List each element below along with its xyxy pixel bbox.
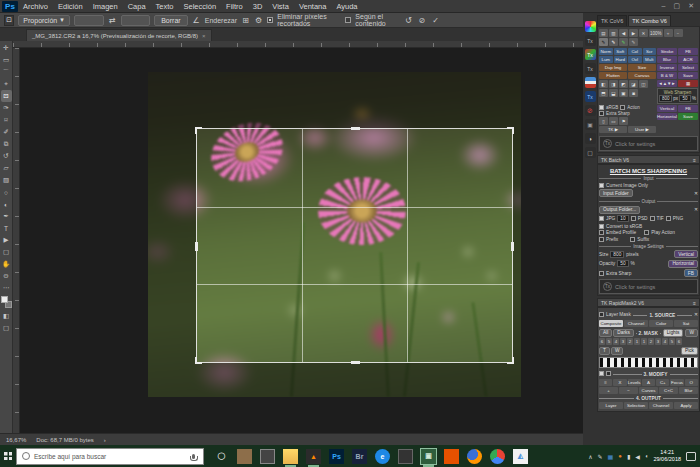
- zone-3b[interactable]: 3: [655, 338, 661, 345]
- mod-o[interactable]: O: [685, 379, 698, 386]
- quick-mask-button[interactable]: ◧: [1, 310, 12, 322]
- tx-blue-panel-icon[interactable]: Tx: [585, 91, 596, 102]
- gradient-tool[interactable]: ▨: [1, 174, 12, 186]
- w-button[interactable]: W: [611, 347, 624, 355]
- web-sharpen-opacity-field[interactable]: 50: [679, 95, 691, 102]
- close-tab-icon[interactable]: ×: [202, 33, 206, 39]
- opacity-field[interactable]: 50: [617, 260, 628, 267]
- clone-stamp-tool[interactable]: ⧉: [1, 138, 12, 150]
- mask-type-dropdown[interactable]: Lights: [663, 329, 684, 337]
- mod-a[interactable]: A: [642, 379, 655, 386]
- crop-handle-top[interactable]: [351, 127, 360, 130]
- prefix-checkbox[interactable]: [599, 237, 604, 242]
- output-channel[interactable]: Channel: [649, 402, 673, 409]
- mod-levels-icon[interactable]: ≡: [599, 379, 612, 386]
- stroke-button[interactable]: Stroke: [657, 48, 677, 55]
- dup-img-button[interactable]: Dup Img: [599, 64, 627, 71]
- mask-darks[interactable]: Darks: [613, 329, 634, 337]
- horizontal-button[interactable]: Horizontal: [668, 260, 698, 268]
- play-action-checkbox[interactable]: [644, 230, 649, 235]
- clear-input-icon[interactable]: ✕: [694, 191, 698, 196]
- swap-dimensions-icon[interactable]: ⇄: [108, 15, 117, 26]
- blend-normal[interactable]: Norm: [599, 48, 613, 55]
- size-button[interactable]: Size: [628, 64, 656, 71]
- taskbar-app-active-window[interactable]: ▣: [421, 449, 436, 464]
- new-doc-icon[interactable]: ▥: [609, 29, 618, 37]
- minimize-button[interactable]: –: [662, 2, 666, 10]
- menu-imagen[interactable]: Imagen: [88, 0, 123, 13]
- zone-1[interactable]: 1: [634, 338, 640, 345]
- pick-button[interactable]: Pick: [681, 347, 698, 355]
- mod-levels[interactable]: Levels: [628, 379, 641, 386]
- document-tab[interactable]: _MG_3812.CR2 a 16,7% (Previsualización d…: [26, 29, 212, 41]
- source-composite[interactable]: Composite: [599, 320, 623, 327]
- zone-5b[interactable]: 5: [669, 338, 675, 345]
- black-brush-icon[interactable]: ✎: [599, 38, 608, 46]
- menu-3d[interactable]: 3D: [248, 0, 268, 13]
- fb-button2[interactable]: FB: [684, 269, 698, 277]
- mod-focus[interactable]: Focus: [670, 379, 683, 386]
- vertical-button[interactable]: Vertical: [657, 105, 677, 112]
- menu-vista[interactable]: Vista: [267, 0, 294, 13]
- commit-crop-icon[interactable]: ✓: [432, 16, 439, 25]
- dodge-tool[interactable]: ◐: [1, 198, 12, 210]
- layer-mask-checkbox[interactable]: [599, 312, 604, 317]
- zone-2b[interactable]: 2: [648, 338, 654, 345]
- zoom-tool[interactable]: ⊙: [1, 270, 12, 282]
- input-folder-button[interactable]: Input Folder: [599, 189, 633, 197]
- source-sat[interactable]: Sat: [674, 320, 698, 327]
- mask-thumb[interactable]: ⬒: [599, 89, 608, 97]
- extra-sharp-checkbox[interactable]: [599, 111, 604, 116]
- healing-brush-tool[interactable]: ⌑: [1, 114, 12, 126]
- srgb-checkbox[interactable]: [599, 224, 604, 229]
- taskbar-app-window[interactable]: [260, 449, 275, 464]
- output-apply[interactable]: Apply: [674, 402, 698, 409]
- mask-thumb[interactable]: ◨: [609, 80, 618, 88]
- adjustments-panel-icon[interactable]: ◑: [585, 133, 596, 144]
- mod-cxc[interactable]: C×C: [659, 387, 678, 394]
- no-entry-panel-icon[interactable]: ⊘: [585, 105, 596, 116]
- horizontal-button[interactable]: Horizontal: [657, 113, 677, 120]
- tx-dark2-panel-icon[interactable]: Tx: [585, 63, 596, 74]
- mod-x[interactable]: X: [613, 379, 626, 386]
- zone-1b[interactable]: 1: [641, 338, 647, 345]
- canvas-button[interactable]: Canvas: [628, 72, 656, 79]
- tk-menu-button[interactable]: TK ▶: [599, 126, 627, 133]
- user-menu-button[interactable]: User ▶: [628, 126, 656, 133]
- zone-6b[interactable]: 6: [676, 338, 682, 345]
- psd-checkbox[interactable]: [631, 216, 636, 221]
- blend-multiply[interactable]: Mult: [643, 56, 657, 63]
- blend-soft[interactable]: Soft: [614, 48, 628, 55]
- menu-ayuda[interactable]: Ayuda: [331, 0, 362, 13]
- png-checkbox[interactable]: [666, 216, 671, 221]
- green-brush-icon[interactable]: ✎: [619, 38, 628, 46]
- tab-tk-cov6[interactable]: TK CoV6: [597, 15, 627, 26]
- marquee-tool[interactable]: ▭: [1, 54, 12, 66]
- taskbar-search[interactable]: Escribe aquí para buscar: [16, 448, 204, 465]
- prev-icon[interactable]: ◀: [619, 29, 628, 37]
- mask-thumb[interactable]: ◫: [639, 80, 648, 88]
- palette-button[interactable]: ▦: [678, 80, 698, 87]
- vertical-button[interactable]: Vertical: [674, 250, 698, 258]
- menu-capa[interactable]: Capa: [123, 0, 151, 13]
- extra-sharp2-checkbox[interactable]: [599, 271, 604, 276]
- taskbar-app-cortana[interactable]: ◯: [214, 449, 229, 464]
- cancel-crop-icon[interactable]: ⊘: [419, 16, 426, 25]
- modify-checkbox-1[interactable]: [599, 371, 604, 376]
- zoom-in-button[interactable]: ＋: [664, 29, 673, 37]
- tk-photo-panel-icon[interactable]: [585, 77, 596, 88]
- mod-minus[interactable]: −: [619, 387, 638, 394]
- menu-edicion[interactable]: Edición: [53, 0, 88, 13]
- crop-handle-left[interactable]: [195, 242, 198, 251]
- suffix-checkbox[interactable]: [630, 237, 635, 242]
- gray-brush-icon[interactable]: ✎: [629, 38, 638, 46]
- taskbar-app-chrome[interactable]: [490, 449, 505, 464]
- source-close-icon[interactable]: ✕: [694, 312, 698, 317]
- combo-click-for-settings[interactable]: Tx Click for settings: [599, 136, 698, 151]
- save-button[interactable]: Save: [678, 72, 698, 79]
- close-doc-icon[interactable]: ✕: [639, 29, 648, 37]
- mask-thumb[interactable]: ⬓: [609, 89, 618, 97]
- panel-menu-icon[interactable]: ≡: [693, 300, 696, 306]
- overlay-options-icon[interactable]: ⊞: [241, 15, 250, 26]
- tif-checkbox[interactable]: [650, 216, 655, 221]
